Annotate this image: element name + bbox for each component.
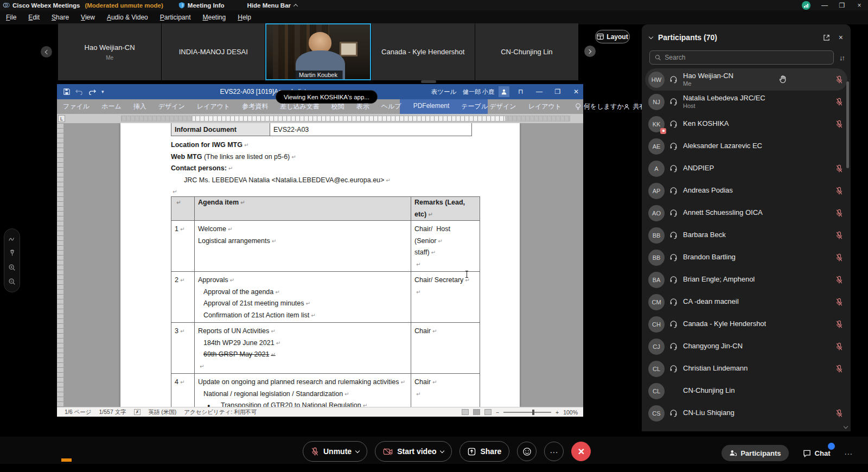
participant-row[interactable]: BBBrandon Bartling bbox=[642, 246, 851, 269]
unmute-button[interactable]: Unmute bbox=[303, 441, 367, 462]
remarks-line: Chair↵ bbox=[414, 377, 476, 388]
menu-item-meeting[interactable]: Meeting bbox=[197, 11, 232, 24]
video-tile[interactable]: Canada - Kyle Hendershot bbox=[372, 23, 475, 80]
participant-row[interactable]: CLCN-Chunjing Lin bbox=[642, 380, 851, 402]
smiley-icon bbox=[522, 447, 532, 456]
menu-item-participant[interactable]: Participant bbox=[154, 11, 197, 24]
mic-muted-icon[interactable] bbox=[835, 276, 843, 284]
agenda-row: 1↵Welcome↵Logistical arrangements↵Chair/… bbox=[171, 221, 480, 272]
participant-row[interactable]: CSCN-Liu Shiqiang bbox=[642, 402, 851, 424]
participant-row[interactable]: BABrian Engle; Amphenol bbox=[642, 269, 851, 291]
pop-out-icon[interactable] bbox=[823, 34, 830, 41]
agenda-num-cell: 3↵ bbox=[171, 323, 195, 374]
mic-muted-icon[interactable] bbox=[835, 320, 843, 329]
participant-row[interactable]: APAndreas Podias bbox=[642, 180, 851, 202]
mic-muted-icon[interactable] bbox=[835, 342, 843, 351]
menu-item-edit[interactable]: Edit bbox=[22, 11, 46, 24]
search-input[interactable] bbox=[665, 54, 828, 61]
mic-muted-icon[interactable] bbox=[835, 75, 843, 84]
participant-row[interactable]: CJChangyong Jin-CN bbox=[642, 335, 851, 358]
leave-meeting-button[interactable]: ✕ bbox=[571, 442, 591, 461]
filmstrip-next-button[interactable] bbox=[584, 46, 596, 57]
info-table-row: Informal DocumentEVS22-A03 bbox=[171, 123, 472, 136]
video-options-chevron-icon[interactable] bbox=[440, 448, 444, 452]
participant-row[interactable]: AOAnnett Schuessling OICA bbox=[642, 202, 851, 224]
zoom-out-icon[interactable] bbox=[8, 278, 16, 285]
agenda-num-cell: 4↵ bbox=[171, 374, 195, 407]
avatar: BB bbox=[648, 227, 665, 244]
doc-paragraph: JRC Ms. LEBEDEVA Natalia <Natalia.LEBEDE… bbox=[171, 175, 483, 187]
participants-toggle-button[interactable]: Participants bbox=[722, 445, 788, 461]
agenda-line-text: Update on ongoing and planned research a… bbox=[198, 378, 399, 386]
chat-toggle-button[interactable]: Chat bbox=[803, 449, 831, 457]
meeting-info-button[interactable]: Meeting Info bbox=[178, 2, 225, 9]
start-video-button[interactable]: Start video bbox=[375, 441, 452, 462]
mic-muted-icon[interactable] bbox=[835, 365, 843, 373]
participants-list: HWHao Weijian-CNMeNJNatalia Lebedeva JRC… bbox=[642, 68, 851, 431]
participant-row[interactable]: AEAleksander Lazarevic EC bbox=[642, 135, 851, 157]
layout-button[interactable]: Layout bbox=[595, 30, 630, 43]
menu-item-view[interactable]: View bbox=[75, 11, 101, 24]
headset-icon bbox=[669, 320, 678, 328]
sort-participants-icon[interactable]: ↓↑ bbox=[839, 54, 844, 62]
participant-row[interactable]: CMCA -dean macneil bbox=[642, 291, 851, 313]
mic-muted-icon[interactable] bbox=[835, 209, 843, 218]
participants-search[interactable] bbox=[649, 50, 834, 65]
menu-item-file[interactable]: File bbox=[0, 11, 22, 24]
participant-row[interactable]: CHCanada - Kyle Hendershot bbox=[642, 313, 851, 335]
mic-muted-icon[interactable] bbox=[835, 187, 843, 195]
close-panel-icon[interactable]: × bbox=[839, 33, 843, 42]
participant-name: Annett Schuessling OICA bbox=[683, 209, 763, 217]
mic-muted-icon[interactable] bbox=[835, 164, 843, 173]
remarks-text: staff) bbox=[414, 248, 430, 256]
participants-scrollbar[interactable] bbox=[846, 81, 849, 168]
agenda-line-text: 184th WP29 June 2021 bbox=[203, 339, 275, 347]
restore-button[interactable]: ❐ bbox=[834, 1, 850, 10]
share-button[interactable]: Share bbox=[459, 441, 509, 462]
annotate-pen-icon[interactable] bbox=[8, 235, 16, 243]
minimize-button[interactable]: — bbox=[817, 1, 832, 10]
mic-muted-icon[interactable] bbox=[835, 409, 843, 418]
menu-item-help[interactable]: Help bbox=[232, 11, 257, 24]
laser-pointer-icon[interactable] bbox=[9, 250, 16, 257]
pilcrow-mark: ↵ bbox=[291, 154, 296, 160]
mic-muted-icon[interactable] bbox=[835, 98, 843, 106]
agenda-line: Confirmation of 21st Action item list↵ bbox=[198, 310, 407, 322]
participant-row[interactable]: BBBarbara Beck bbox=[642, 224, 851, 246]
mic-muted-icon[interactable] bbox=[835, 253, 843, 262]
menu-item-share[interactable]: Share bbox=[46, 11, 75, 24]
mic-muted-icon[interactable] bbox=[835, 231, 843, 240]
pilcrow-mark: ↵ bbox=[465, 277, 469, 283]
pilcrow-mark: ↵ bbox=[432, 328, 437, 334]
doc-bold-text: Web MTG bbox=[171, 153, 202, 161]
status-language: 英語 (米国) bbox=[148, 409, 176, 416]
more-panels-icon[interactable]: ... bbox=[844, 447, 853, 456]
participant-row[interactable]: HWHao Weijian-CNMe bbox=[645, 68, 847, 91]
scroll-down-chevron-icon[interactable] bbox=[844, 420, 847, 430]
video-tile[interactable]: Martin Koubek bbox=[265, 23, 371, 80]
unmute-options-chevron-icon[interactable] bbox=[355, 448, 360, 452]
close-button[interactable]: × bbox=[852, 1, 867, 10]
remarks-line: ↵ bbox=[414, 286, 476, 298]
more-options-button[interactable]: ... bbox=[544, 442, 564, 461]
video-tile[interactable]: Hao Weijian-CNMe bbox=[58, 23, 161, 80]
collapse-panel-chevron-icon[interactable] bbox=[649, 34, 653, 39]
participant-row[interactable]: CLChristian Lindemann bbox=[642, 358, 851, 380]
participant-row[interactable]: KKKen KOSHIKA bbox=[642, 113, 851, 135]
filmstrip-drag-handle[interactable] bbox=[421, 80, 436, 83]
agenda-line-text: National / regional legislation / Standa… bbox=[203, 390, 343, 398]
menu-item-audio-video[interactable]: Audio & Video bbox=[101, 11, 154, 24]
mic-muted-icon[interactable] bbox=[835, 120, 843, 129]
video-tile[interactable]: CN-Chunjing Lin bbox=[475, 23, 578, 80]
filmstrip-prev-button[interactable] bbox=[41, 46, 52, 58]
participant-row[interactable]: AANDPIEP bbox=[642, 157, 851, 180]
hide-menu-bar-button[interactable]: Hide Menu Bar bbox=[247, 2, 298, 9]
agenda-item-cell: Approvals↵Approval of the agenda↵Approva… bbox=[195, 272, 411, 323]
participant-name: ANDPIEP bbox=[683, 164, 714, 173]
mic-muted-icon[interactable] bbox=[835, 298, 843, 307]
video-tile[interactable]: INDIA-MANOJ DESAI bbox=[162, 23, 265, 80]
zoom-in-icon[interactable] bbox=[8, 264, 16, 271]
participant-row[interactable]: NJNatalia Lebedeva JRC/ECHost bbox=[642, 91, 851, 113]
pilcrow-mark: ↵ bbox=[180, 379, 184, 385]
reactions-button[interactable] bbox=[517, 442, 537, 461]
